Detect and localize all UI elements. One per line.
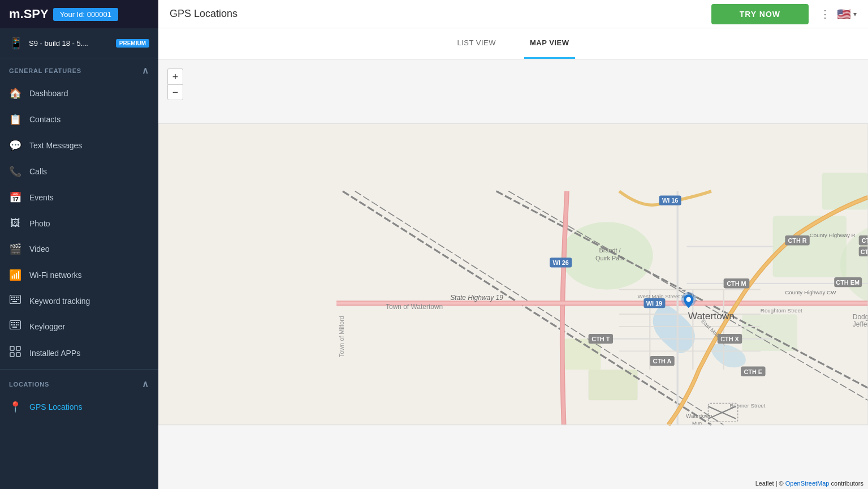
sidebar-item-label: Calls [29,167,47,176]
logo: m.SPY [9,7,49,22]
sidebar-item-keyword-tracking[interactable]: Keyword tracking [0,288,158,314]
svg-rect-14 [12,322,14,323]
header-right: GPS Locations TRY NOW ⋮ 🇺🇸 ▾ [158,0,868,28]
svg-text:CTH EM: CTH EM [836,279,860,286]
more-options-icon[interactable]: ⋮ [820,8,830,20]
sidebar-item-label: GPS Locations [29,402,82,411]
attribution-prefix: Leaflet | © [755,480,785,487]
svg-text:Watertown: Watertown [688,310,735,321]
sidebar-item-contacts[interactable]: 📋 Contacts [0,106,158,132]
svg-rect-23 [12,327,17,328]
text-messages-icon: 💬 [9,139,21,152]
content-area: LIST VIEW MAP VIEW [158,28,868,489]
general-features-label: GENERAL FEATURES [9,67,81,74]
sidebar-item-dashboard[interactable]: 🏠 Dashboard [0,80,158,106]
tab-map-view[interactable]: MAP VIEW [524,28,575,59]
tab-list-view[interactable]: LIST VIEW [451,28,502,59]
svg-rect-6 [11,299,12,300]
sidebar-item-keylogger[interactable]: Keylogger [0,314,158,339]
device-icon: 📱 [9,36,23,50]
svg-rect-20 [14,324,15,325]
svg-text:Jefferson County: Jefferson County [853,320,868,328]
sidebar-item-label: Photo [29,219,50,228]
svg-rect-4 [16,297,17,298]
locations-label: LOCATIONS [9,381,49,388]
sidebar-item-label: Installed APPs [29,349,80,358]
svg-rect-19 [12,324,14,325]
svg-rect-8 [14,299,15,300]
svg-rect-10 [18,299,19,300]
map-attribution: Leaflet | © OpenStreetMap contributors [755,480,863,487]
sidebar-item-gps-locations[interactable]: 📍 GPS Locations [0,394,158,420]
svg-rect-26 [10,353,14,357]
try-now-button[interactable]: TRY NOW [711,4,809,24]
sidebar-item-label: Wi-Fi networks [29,271,82,280]
events-icon: 📅 [9,191,21,204]
sidebar-item-installed-apps[interactable]: Installed APPs [0,339,158,367]
chevron-down-icon: ▾ [853,10,857,18]
svg-text:Town of Watertown: Town of Watertown [386,303,443,311]
general-features-section-header: GENERAL FEATURES ∧ [0,58,158,80]
section-divider [0,369,158,370]
zoom-out-button[interactable]: − [167,84,183,100]
sidebar-item-label: Keylogger [29,322,65,331]
svg-rect-28 [158,123,868,424]
keylogger-icon [9,320,21,332]
svg-rect-9 [16,299,17,300]
map-container: WI 16 WI 26 WI 19 State Highway 19 Town … [158,59,868,489]
sidebar-item-video[interactable]: 🎬 Video [0,236,158,262]
user-id-badge: Your Id: 000001 [53,8,118,21]
sidebar-item-calls[interactable]: 📞 Calls [0,158,158,185]
svg-text:CTH M: CTH M [727,280,746,287]
svg-text:County Highway CW: County Highway CW [785,289,836,295]
svg-rect-15 [14,322,15,323]
svg-text:Dodge County: Dodge County [853,313,868,321]
svg-rect-5 [18,297,19,298]
svg-text:CTH R: CTH R [788,237,806,244]
svg-rect-3 [14,297,15,298]
sidebar-item-text-messages[interactable]: 💬 Text Messages [0,132,158,158]
svg-rect-2 [12,297,14,298]
svg-text:Roughtom Street: Roughtom Street [761,307,802,314]
sidebar-item-photo[interactable]: 🖼 Photo [0,211,158,236]
top-header: m.SPY Your Id: 000001 GPS Locations TRY … [0,0,868,28]
tabs-bar: LIST VIEW MAP VIEW [158,28,868,59]
locations-section-header: LOCATIONS ∧ [0,372,158,394]
map-svg: WI 16 WI 26 WI 19 State Highway 19 Town … [158,59,868,489]
premium-badge: PREMIUM [116,39,149,48]
svg-text:Town of Milford: Town of Milford [338,316,345,357]
sidebar-item-label: Text Messages [29,141,82,150]
sidebar-item-events[interactable]: 📅 Events [0,185,158,211]
svg-text:CTH E: CTH E [744,368,763,375]
sidebar-item-wifi[interactable]: 📶 Wi-Fi networks [0,262,158,288]
svg-rect-22 [18,324,19,325]
device-row[interactable]: 📱 S9 - build 18 - 5.... PREMIUM [0,28,158,58]
openstreetmap-link[interactable]: OpenStreetMap [785,480,830,487]
flag-icon: 🇺🇸 [837,7,851,21]
page-title: GPS Locations [170,8,711,20]
header-icons: ⋮ 🇺🇸 ▾ [820,7,857,21]
svg-rect-16 [16,322,17,323]
home-icon: 🏠 [9,87,21,100]
section-collapse-icon[interactable]: ∧ [142,65,149,76]
keyboard-icon [9,295,21,307]
svg-text:WI 26: WI 26 [553,259,569,266]
sidebar-item-label: Keyword tracking [29,297,90,306]
zoom-in-button[interactable]: + [167,68,183,84]
svg-rect-31 [822,173,868,209]
svg-text:CTH R: CTH R [862,237,868,244]
svg-text:CTH EM: CTH EM [861,248,868,255]
svg-text:County Highway R: County Highway R [810,232,856,238]
wifi-icon: 📶 [9,269,21,281]
sidebar: 📱 S9 - build 18 - 5.... PREMIUM GENERAL … [0,28,158,489]
sidebar-item-label: Contacts [29,115,61,124]
svg-rect-24 [10,346,14,350]
svg-text:State Highway 19: State Highway 19 [450,294,503,302]
svg-rect-1 [11,297,12,298]
svg-text:CTH T: CTH T [591,336,610,342]
svg-rect-11 [12,301,17,302]
svg-rect-7 [12,299,14,300]
locations-collapse-icon[interactable]: ∧ [142,379,149,389]
language-selector[interactable]: 🇺🇸 ▾ [837,7,857,21]
contacts-icon: 📋 [9,113,21,126]
